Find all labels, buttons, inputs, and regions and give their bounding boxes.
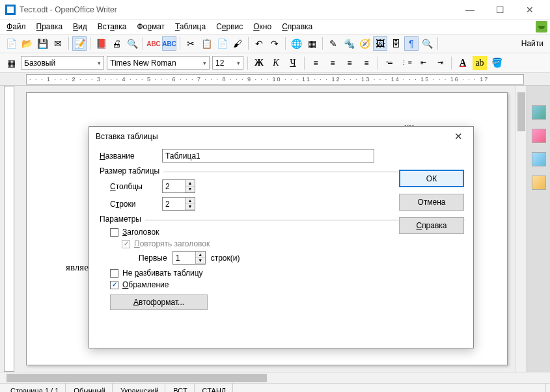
menu-format[interactable]: Формат [133, 21, 169, 33]
autospell-button[interactable]: ABC [162, 36, 176, 51]
border-checkbox[interactable] [110, 281, 118, 289]
print-button[interactable]: 🖨 [109, 36, 124, 51]
font-size-combo[interactable]: 12▾ [212, 56, 243, 70]
rows-label: Строки [110, 200, 162, 209]
status-insert[interactable]: ВСТ [167, 384, 194, 392]
maximize-button[interactable]: ☐ [485, 0, 515, 20]
rows-input[interactable] [163, 198, 185, 210]
dialog-button-column: ОК Отмена Справка [399, 170, 464, 234]
open-button[interactable]: 📂 [20, 36, 34, 51]
menu-tools[interactable]: Сервис [212, 21, 247, 33]
vertical-ruler[interactable] [4, 86, 14, 372]
dialog-close-button[interactable]: ✕ [450, 128, 467, 145]
spin-down-icon[interactable]: ▼ [186, 187, 195, 193]
spin-up-icon[interactable]: ▲ [186, 180, 195, 187]
gallery-button[interactable]: 🖼 [373, 36, 387, 51]
cancel-button[interactable]: Отмена [399, 194, 464, 211]
export-pdf-button[interactable]: 📕 [94, 36, 108, 51]
menu-window[interactable]: Окно [249, 21, 275, 33]
window-controls: — ☐ ✕ [455, 0, 545, 20]
ok-button[interactable]: ОК [399, 170, 464, 187]
menu-edit[interactable]: Правка [33, 21, 67, 33]
name-input[interactable] [162, 149, 374, 163]
indent-inc-button[interactable]: ⇥ [433, 56, 447, 70]
spin-up-icon[interactable]: ▲ [196, 252, 205, 258]
italic-button[interactable]: К [269, 56, 283, 70]
email-button[interactable]: ✉ [51, 36, 65, 51]
nonprinting-button[interactable]: ¶ [404, 36, 419, 51]
sidebar-properties-icon[interactable] [532, 105, 546, 120]
scroll-thumb[interactable] [517, 92, 525, 131]
paste-button[interactable]: 📄 [215, 36, 229, 51]
first-rows-input[interactable] [173, 252, 195, 264]
zoom-button[interactable]: 🔍 [420, 36, 434, 51]
numbering-button[interactable]: ≔ [382, 56, 396, 70]
standard-toolbar: 📄 📂 💾 ✉ 📝 📕 🖨 🔍 ABC ABC ✂ 📋 📄 🖌 ↶ ↷ 🌐 ▦ … [0, 34, 550, 53]
vertical-scrollbar[interactable] [516, 86, 527, 372]
bold-button[interactable]: Ж [252, 56, 266, 70]
hyperlink-button[interactable]: 🌐 [289, 36, 303, 51]
preview-button[interactable]: 🔍 [125, 36, 139, 51]
highlight-button[interactable]: ab [473, 56, 487, 70]
horizontal-scrollbar[interactable] [0, 372, 550, 383]
bullets-button[interactable]: ⋮≡ [399, 56, 413, 70]
align-justify-button[interactable]: ≡ [359, 56, 374, 70]
autoformat-button[interactable]: Автоформат... [110, 294, 208, 310]
redo-button[interactable]: ↷ [268, 36, 282, 51]
font-color-button[interactable]: А [456, 56, 470, 70]
columns-spinner[interactable]: ▲▼ [162, 179, 195, 193]
new-doc-button[interactable]: 📄 [4, 36, 18, 51]
scroll-thumb-h[interactable] [7, 374, 267, 382]
sidebar-navigator-icon[interactable] [532, 176, 546, 190]
datasources-button[interactable]: 🗄 [389, 36, 403, 51]
first-rows-spinner[interactable]: ▲▼ [172, 251, 206, 265]
font-name-combo[interactable]: Times New Roman▾ [107, 56, 210, 70]
horizontal-ruler[interactable]: · · · 1 · · · 2 · · · 3 · · · 4 · · · 5 … [26, 74, 524, 85]
minimize-button[interactable]: — [455, 0, 485, 20]
nosplit-checkbox[interactable] [110, 269, 118, 278]
menu-view[interactable]: Вид [69, 21, 91, 33]
spellcheck-button[interactable]: ABC [146, 36, 161, 51]
status-selection[interactable]: СТАНД [196, 384, 234, 392]
sidebar-styles-icon[interactable] [532, 129, 546, 143]
indent-dec-button[interactable]: ⇤ [416, 56, 430, 70]
draw-button[interactable]: ✎ [326, 36, 340, 51]
navigator-button[interactable]: 🧭 [357, 36, 372, 51]
menu-file[interactable]: Файл [3, 21, 30, 33]
spin-down-icon[interactable]: ▼ [186, 204, 195, 211]
spin-up-icon[interactable]: ▲ [186, 198, 195, 204]
save-button[interactable]: 💾 [35, 36, 49, 51]
cut-button[interactable]: ✂ [184, 36, 198, 51]
edit-mode-button[interactable]: 📝 [72, 36, 87, 51]
align-center-button[interactable]: ≡ [325, 56, 340, 70]
status-page[interactable]: Страница 1 / 1 [4, 384, 66, 392]
params-group-label: Параметры [100, 215, 145, 224]
menu-help[interactable]: Справка [278, 21, 316, 33]
undo-button[interactable]: ↶ [252, 36, 266, 51]
help-button[interactable]: Справка [399, 217, 464, 234]
update-icon[interactable] [536, 21, 547, 33]
format-paint-button[interactable]: 🖌 [230, 36, 245, 51]
close-button[interactable]: ✕ [515, 0, 545, 20]
menu-table[interactable]: Таблица [171, 21, 210, 33]
format-toolbar: ▦ Базовый▾ Times New Roman▾ 12▾ Ж К Ч ≡ … [0, 53, 550, 73]
styles-button[interactable]: ▦ [4, 56, 18, 70]
rows-spinner[interactable]: ▲▼ [162, 197, 195, 211]
paragraph-style-combo[interactable]: Базовый▾ [21, 56, 104, 70]
bgcolor-button[interactable]: 🪣 [489, 56, 504, 70]
align-right-button[interactable]: ≡ [342, 56, 357, 70]
status-language[interactable]: Украинский [114, 384, 165, 392]
status-style[interactable]: Обычный [67, 384, 113, 392]
copy-button[interactable]: 📋 [199, 36, 213, 51]
sidebar-gallery-icon[interactable] [532, 152, 546, 166]
table-button[interactable]: ▦ [305, 36, 319, 51]
header-checkbox[interactable] [110, 228, 118, 237]
spin-down-icon[interactable]: ▼ [196, 258, 205, 265]
underline-button[interactable]: Ч [286, 56, 300, 70]
find-label[interactable]: Найти [519, 38, 546, 49]
columns-input[interactable] [163, 180, 185, 192]
menu-insert[interactable]: Вставка [94, 21, 131, 33]
find-replace-button[interactable]: 🔩 [342, 36, 356, 51]
statusbar: Страница 1 / 1 Обычный Украинский ВСТ СТ… [0, 383, 550, 392]
align-left-button[interactable]: ≡ [309, 56, 323, 70]
